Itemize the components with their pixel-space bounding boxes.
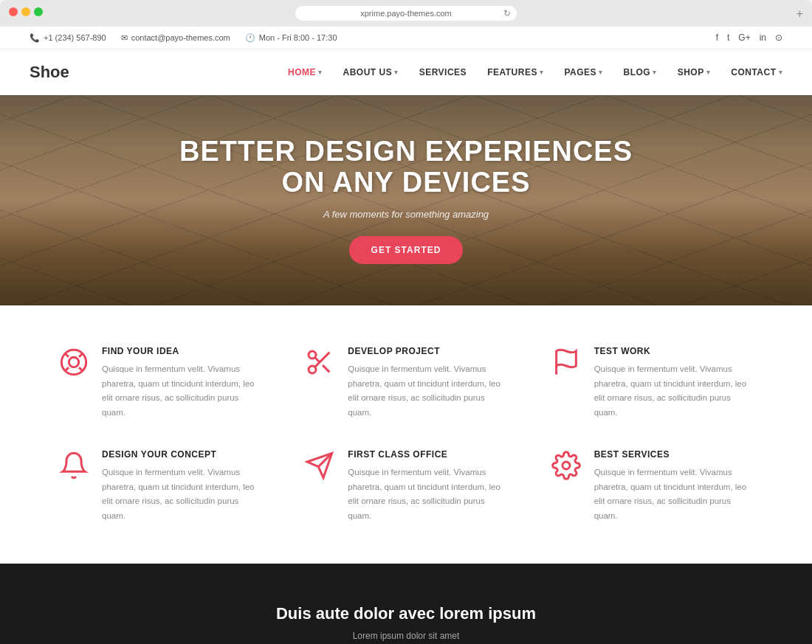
browser-expand-icon[interactable]: + (796, 7, 803, 21)
dot-yellow[interactable] (21, 7, 30, 16)
phone-icon: 📞 (30, 33, 40, 43)
svg-point-7 (309, 366, 316, 373)
address-bar[interactable]: xprime.payo-themes.com ↻ (295, 6, 517, 21)
chevron-blog: ▾ (653, 69, 657, 76)
nav-menu: HOME ▾ ABOUT US ▾ SERVICES FEATURES ▾ PA… (288, 67, 782, 77)
features-section: FIND YOUR IDEA Quisque in fermentum veli… (0, 305, 812, 564)
chevron-features: ▾ (540, 69, 544, 76)
browser-toolbar: xprime.payo-themes.com ↻ (7, 6, 805, 27)
feature-design-concept-text: Quisque in fermentum velit. Vivamus phar… (102, 465, 261, 523)
feature-test-work: TEST WORK Quisque in fermentum velit. Vi… (551, 346, 753, 420)
flag-icon (551, 347, 581, 377)
svg-line-2 (65, 353, 69, 357)
feature-first-class-office-text: Quisque in fermentum velit. Vivamus phar… (348, 465, 506, 523)
feature-best-services: BEST SERVICES Quisque in fermentum velit… (551, 449, 753, 523)
nav-item-home[interactable]: HOME ▾ (288, 67, 323, 77)
bell-icon (59, 451, 89, 480)
email-item: ✉ contact@payo-themes.com (121, 33, 230, 43)
top-bar-left: 📞 +1 (234) 567-890 ✉ contact@payo-themes… (30, 33, 337, 43)
chevron-home: ▾ (318, 69, 323, 76)
hero-content: BETTER DESIGN EXPERIENCES ON ANY DEVICES… (179, 136, 633, 264)
top-bar-right: f t G+ in ⊙ (716, 32, 782, 43)
feature-find-idea-title: FIND YOUR IDEA (102, 346, 261, 356)
navbar: Shoe HOME ▾ ABOUT US ▾ SERVICES FEATURES… (0, 49, 812, 95)
feature-develop-project-text: Quisque in fermentum velit. Vivamus phar… (348, 362, 506, 420)
email-text: contact@payo-themes.com (131, 33, 230, 42)
feature-best-services-text: Quisque in fermentum velit. Vivamus phar… (594, 465, 753, 523)
hero-section: BETTER DESIGN EXPERIENCES ON ANY DEVICES… (0, 95, 812, 305)
nav-item-shop[interactable]: SHOP ▾ (678, 67, 711, 77)
nav-item-about[interactable]: ABOUT US ▾ (343, 67, 398, 77)
hours-item: 🕐 Mon - Fri 8:00 - 17:30 (245, 33, 337, 43)
svg-line-3 (79, 367, 83, 371)
feature-find-idea-content: FIND YOUR IDEA Quisque in fermentum veli… (102, 346, 261, 420)
chevron-pages: ▾ (599, 69, 603, 76)
svg-point-14 (562, 462, 570, 469)
feature-test-work-title: TEST WORK (594, 346, 753, 356)
feature-test-work-text: Quisque in fermentum velit. Vivamus phar… (594, 362, 753, 420)
svg-point-1 (69, 357, 78, 367)
nav-item-contact[interactable]: CONTACT ▾ (731, 67, 782, 77)
chevron-about: ▾ (394, 69, 399, 76)
feature-best-services-content: BEST SERVICES Quisque in fermentum velit… (594, 449, 753, 523)
nav-item-blog[interactable]: BLOG ▾ (624, 67, 657, 77)
googleplus-icon[interactable]: G+ (738, 32, 750, 43)
nav-item-features[interactable]: FEATURES ▾ (487, 67, 543, 77)
nav-logo: Shoe (30, 63, 69, 82)
chevron-contact: ▾ (779, 69, 783, 76)
url-text: xprime.payo-themes.com (360, 9, 452, 18)
feature-first-class-office-title: FIRST CLASS OFFICE (348, 449, 506, 460)
scissors-icon (305, 347, 334, 377)
dot-red[interactable] (9, 7, 18, 16)
feature-design-concept: DESIGN YOUR CONCEPT Quisque in fermentum… (59, 449, 261, 523)
email-icon: ✉ (121, 33, 128, 43)
paper-plane-icon (305, 451, 334, 480)
feature-design-concept-title: DESIGN YOUR CONCEPT (102, 449, 261, 460)
facebook-icon[interactable]: f (716, 32, 718, 43)
svg-line-9 (323, 365, 329, 372)
feature-first-class-office: FIRST CLASS OFFICE Quisque in fermentum … (305, 449, 506, 523)
dark-section-title: Duis aute dolor avec lorem ipsum (30, 604, 782, 623)
nav-item-services[interactable]: SERVICES (419, 67, 467, 77)
feature-best-services-title: BEST SERVICES (594, 449, 753, 460)
feature-develop-project: DEVELOP PROJECT Quisque in fermentum vel… (305, 346, 506, 420)
features-grid: FIND YOUR IDEA Quisque in fermentum veli… (59, 346, 753, 523)
refresh-icon[interactable]: ↻ (503, 8, 511, 18)
feature-test-work-content: TEST WORK Quisque in fermentum velit. Vi… (594, 346, 753, 420)
linkedin-icon[interactable]: in (760, 32, 766, 43)
top-bar: 📞 +1 (234) 567-890 ✉ contact@payo-themes… (0, 27, 812, 49)
hours-text: Mon - Fri 8:00 - 17:30 (259, 33, 337, 42)
dot-green[interactable] (34, 7, 43, 16)
twitter-icon[interactable]: t (727, 32, 729, 43)
browser-dots (9, 7, 43, 16)
svg-line-4 (65, 367, 69, 371)
hero-title: BETTER DESIGN EXPERIENCES ON ANY DEVICES (179, 136, 633, 198)
feature-develop-project-title: DEVELOP PROJECT (348, 346, 506, 356)
feature-design-concept-content: DESIGN YOUR CONCEPT Quisque in fermentum… (102, 449, 261, 523)
lifebuoy-icon (59, 347, 89, 377)
hero-subtitle: A few moments for something amazing (179, 209, 633, 220)
dark-section: Duis aute dolor avec lorem ipsum Lorem i… (0, 564, 812, 644)
svg-line-5 (79, 353, 83, 357)
phone-text: +1 (234) 567-890 (44, 33, 106, 42)
gear-icon (551, 451, 581, 480)
phone-item: 📞 +1 (234) 567-890 (30, 33, 106, 43)
website-content: 📞 +1 (234) 567-890 ✉ contact@payo-themes… (0, 27, 812, 644)
hero-cta-button[interactable]: GET STARTED (349, 236, 464, 264)
clock-icon: 🕐 (245, 33, 255, 43)
chevron-shop: ▾ (706, 69, 711, 76)
feature-find-idea-text: Quisque in fermentum velit. Vivamus phar… (102, 362, 261, 420)
nav-item-pages[interactable]: PAGES ▾ (564, 67, 602, 77)
feature-first-class-office-content: FIRST CLASS OFFICE Quisque in fermentum … (348, 449, 506, 523)
svg-point-6 (309, 351, 316, 359)
dark-section-subtitle: Lorem ipsum dolor sit amet (30, 631, 782, 641)
instagram-icon[interactable]: ⊙ (775, 32, 782, 43)
feature-find-idea: FIND YOUR IDEA Quisque in fermentum veli… (59, 346, 261, 420)
browser-chrome: xprime.payo-themes.com ↻ + (0, 0, 812, 27)
svg-line-10 (315, 358, 320, 362)
feature-develop-project-content: DEVELOP PROJECT Quisque in fermentum vel… (348, 346, 506, 420)
